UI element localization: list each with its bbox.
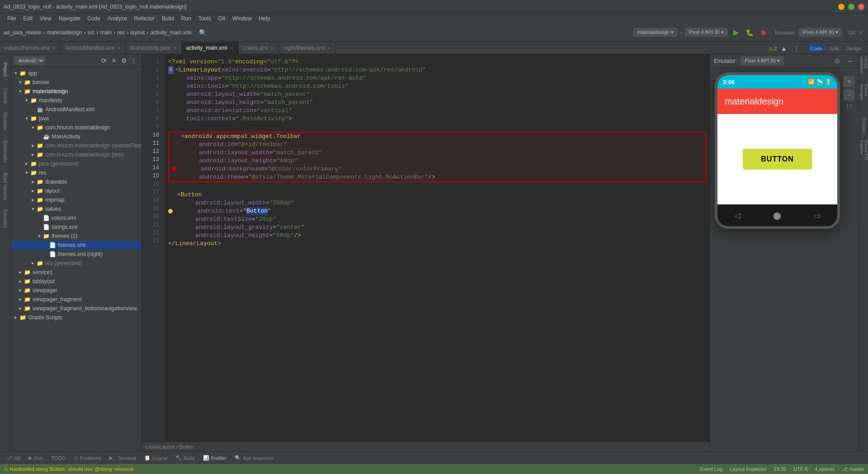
tab-themes-night[interactable]: night/themes.xml ✕ <box>279 42 336 54</box>
phone-back-btn[interactable]: ◁ <box>731 209 744 222</box>
menu-tools[interactable]: Tools <box>195 14 215 24</box>
tree-item-strings[interactable]: 📄 strings.xml <box>11 223 142 232</box>
sidebar-device-file-explorer[interactable]: Device File Explorer <box>860 140 868 167</box>
tab-close[interactable]: ✕ <box>230 46 234 51</box>
emulator-device-selector[interactable]: Pixel 4 API 30 ▾ <box>741 57 784 65</box>
bc-layout[interactable]: layout <box>130 29 145 36</box>
bc-ad[interactable]: ad_java_review <box>4 29 41 36</box>
tree-item-java[interactable]: ▼ 📁 java <box>11 114 142 123</box>
bc-linearlayout[interactable]: LinearLayout <box>146 444 175 450</box>
emulator-zoom-out[interactable]: − <box>844 90 854 100</box>
tab-mainactivity[interactable]: MainActivity.java ✕ <box>126 42 181 54</box>
menu-window[interactable]: Window <box>229 14 255 24</box>
tree-item-com-hnucm[interactable]: ▼ 📁 com.hnucm.materialdesign <box>11 123 142 132</box>
sidebar-build-variants[interactable]: Build Variants <box>0 168 10 204</box>
phone-home-btn[interactable]: ⬤ <box>770 209 784 222</box>
tree-item-androidmanifest[interactable]: 🤖 AndroidManifest.xml <box>11 105 142 114</box>
tree-settings-btn[interactable]: ⋮ <box>130 57 138 65</box>
tab-androidmanifest[interactable]: AndroidManifest.xml ✕ <box>61 42 126 54</box>
tree-options-btn[interactable]: ⚙ <box>120 57 128 65</box>
tree-item-mainactivity[interactable]: ☕ MainActivity <box>11 132 142 141</box>
bc-res[interactable]: res <box>117 29 125 36</box>
bottom-logcat-btn[interactable]: 📋 Logcat <box>142 454 170 462</box>
menu-refactor[interactable]: Refactor <box>131 14 158 24</box>
tree-item-banner[interactable]: ▼ 📁 banner <box>11 78 142 87</box>
run-button[interactable]: ▶ <box>731 27 741 38</box>
tab-colors[interactable]: colors.xml ✕ <box>239 42 279 54</box>
tree-sync-btn[interactable]: ⟳ <box>100 57 108 65</box>
bottom-todo-btn[interactable]: TODO <box>48 455 68 462</box>
tab-themes-values[interactable]: values/themes.xml ✕ <box>0 42 61 54</box>
tab-activity-main[interactable]: activity_main.xml ✕ <box>182 42 239 54</box>
menu-edit[interactable]: Edit <box>19 14 36 24</box>
sidebar-layout-validation[interactable]: Layout Validation <box>860 56 868 83</box>
tree-item-mipmap[interactable]: ► 📁 mipmap <box>11 195 142 204</box>
layout-inspector-link[interactable]: Layout Inspector <box>730 466 766 472</box>
git-branch-display[interactable]: ⎇ master <box>842 466 864 472</box>
tree-item-androidtest[interactable]: ► 📁 com.hnucm.materialdesign (androidTes… <box>11 141 142 150</box>
tree-item-tablayout[interactable]: ► 📁 tablayout <box>11 277 142 286</box>
tree-item-values[interactable]: ▼ 📁 values <box>11 204 142 213</box>
menu-run[interactable]: Run <box>178 14 195 24</box>
bc-materialdesign[interactable]: materialdesign <box>47 29 82 36</box>
maximize-button[interactable]: □ <box>848 4 854 10</box>
tree-item-drawable[interactable]: ► 📁 drawable <box>11 177 142 186</box>
tree-item-themes-folder[interactable]: ▼ 📁 themes (2) <box>11 232 142 241</box>
phone-recent-btn[interactable]: ▭ <box>811 209 824 222</box>
tree-item-service1[interactable]: ► 📁 service1 <box>11 268 142 277</box>
tree-item-res[interactable]: ▼ 📁 res <box>11 168 142 177</box>
menu-file[interactable]: File <box>4 14 19 24</box>
tab-close[interactable]: ✕ <box>117 46 121 51</box>
tree-item-viewpager[interactable]: ► 📁 viewpager <box>11 286 142 295</box>
sidebar-structure[interactable]: Structure <box>0 108 10 135</box>
close-button[interactable]: ✕ <box>858 4 864 10</box>
emulator-settings-btn[interactable]: ⚙ <box>832 56 843 66</box>
menu-help[interactable]: Help <box>255 14 274 24</box>
menu-git[interactable]: Git <box>215 14 229 24</box>
bottom-build-btn[interactable]: 🔨 Build <box>173 454 197 462</box>
tree-item-materialdesign[interactable]: ▼ 📁 materialdesign <box>11 87 142 96</box>
tree-item-res-generated[interactable]: ► 📁 res (generated) <box>11 259 142 268</box>
tree-item-themes-xml[interactable]: 📄 themes.xml <box>11 241 142 250</box>
menu-code[interactable]: Code <box>84 14 104 24</box>
sidebar-bookmarks[interactable]: Bookmarks <box>0 136 10 167</box>
view-split-btn[interactable]: Split <box>826 45 841 52</box>
emulator-minimize-btn[interactable]: ─ <box>844 56 855 66</box>
sidebar-device-manager[interactable]: Device Manager <box>860 84 868 111</box>
bc-button[interactable]: Button <box>179 444 194 450</box>
stop-button[interactable]: ⏹ <box>758 27 769 38</box>
bottom-git-btn[interactable]: ⎇ Git <box>4 454 23 462</box>
tree-item-java-generated[interactable]: ► 📁 java (generated) <box>11 159 142 168</box>
tree-item-gradle[interactable]: ► 📁 Gradle Scripts <box>11 313 142 322</box>
code-content[interactable]: <?xml version="1.0" encoding="utf-8"?> C… <box>165 54 710 441</box>
project-view-selector[interactable]: Android Project <box>14 57 45 65</box>
bottom-problems-btn[interactable]: ⚠ Problems <box>71 454 104 462</box>
tree-item-manifests[interactable]: ▼ 📁 manifests <box>11 96 142 105</box>
menu-navigate[interactable]: Navigate <box>55 14 84 24</box>
tab-close[interactable]: ✕ <box>327 46 331 51</box>
minimize-button[interactable]: ─ <box>838 4 844 10</box>
tab-close[interactable]: ✕ <box>270 46 274 51</box>
event-log-link[interactable]: Event Log <box>700 466 723 472</box>
bottom-terminal-btn[interactable]: ▶_ Terminal <box>106 454 139 462</box>
editor-options[interactable]: ⋮ <box>791 43 802 54</box>
bc-file[interactable]: activity_main.xml <box>150 29 191 36</box>
tree-item-colors[interactable]: 📄 colors.xml <box>11 213 142 223</box>
device-selector[interactable]: Pixel 4 API 30 ▾ <box>685 28 728 37</box>
sidebar-commit[interactable]: Commit <box>0 84 10 107</box>
emulator-device[interactable]: Pixel 4 API 30 ▾ <box>799 28 842 37</box>
tree-collapse-btn[interactable]: ≡ <box>110 57 118 65</box>
tree-item-app[interactable]: ▼ 📁 app <box>11 69 142 78</box>
bc-src[interactable]: src <box>87 29 94 36</box>
sidebar-project[interactable]: Project <box>0 56 10 83</box>
menu-build[interactable]: Build <box>158 14 178 24</box>
menu-analyze[interactable]: Analyze <box>104 14 131 24</box>
tree-item-viewpager-frag-bottom[interactable]: ► 📁 viewpager_fragment_bottomnavigationv… <box>11 304 142 313</box>
view-design-btn[interactable]: Design <box>844 45 864 52</box>
tree-item-viewpager-frag[interactable]: ► 📁 viewpager_fragment <box>11 295 142 304</box>
emulator-zoom-in[interactable]: + <box>844 76 854 87</box>
module-selector[interactable]: materialdesign ▾ <box>633 28 678 37</box>
tree-item-layout[interactable]: ► 📁 layout <box>11 186 142 195</box>
bottom-appinspector-btn[interactable]: 🔍 App Inspector <box>232 454 276 462</box>
tab-close[interactable]: ✕ <box>52 46 56 51</box>
